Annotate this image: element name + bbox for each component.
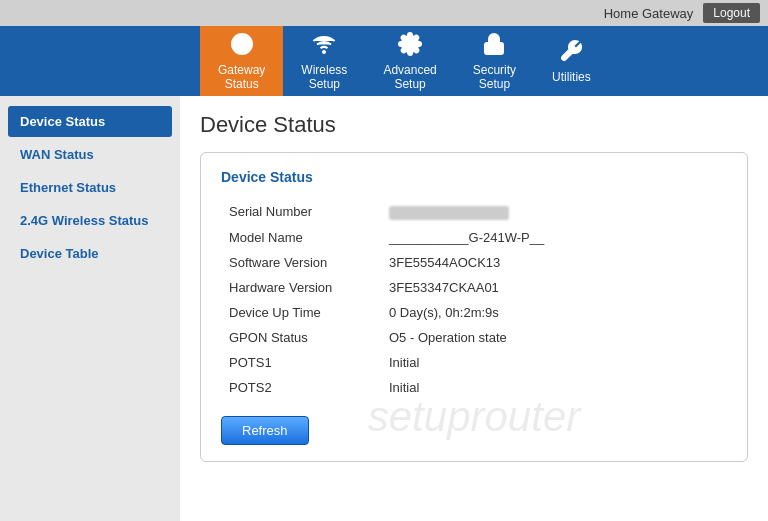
nav-label-advanced: AdvancedSetup — [383, 63, 436, 91]
nav-item-utilities[interactable]: Utilities — [534, 26, 609, 96]
table-row: Model Name___________G-241W-P__ — [221, 225, 727, 250]
field-label: Hardware Version — [221, 275, 381, 300]
device-status-card: Device Status Serial NumberModel Name___… — [200, 152, 748, 462]
table-row: POTS2Initial — [221, 375, 727, 400]
field-label: POTS1 — [221, 350, 381, 375]
field-value: 3FE53347CKAA01 — [381, 275, 727, 300]
nav-label-utilities: Utilities — [552, 70, 591, 84]
field-value: 0 Day(s), 0h:2m:9s — [381, 300, 727, 325]
wrench-icon — [559, 39, 583, 66]
nav-label-wireless: WirelessSetup — [301, 63, 347, 91]
nav-item-wireless-setup[interactable]: WirelessSetup — [283, 26, 365, 96]
lock-icon — [482, 32, 506, 59]
sidebar: Device Status WAN Status Ethernet Status… — [0, 96, 180, 521]
table-row: Hardware Version3FE53347CKAA01 — [221, 275, 727, 300]
page-title: Device Status — [200, 112, 748, 138]
content-area: Device Status Device Status Serial Numbe… — [180, 96, 768, 521]
nav-label-gateway: GatewayStatus — [218, 63, 265, 91]
sidebar-item-device-status[interactable]: Device Status — [8, 106, 172, 137]
top-bar: Home Gateway Logout — [0, 0, 768, 26]
field-label: POTS2 — [221, 375, 381, 400]
field-value: ___________G-241W-P__ — [381, 225, 727, 250]
serial-number-blurred — [389, 206, 509, 220]
nav-item-advanced-setup[interactable]: AdvancedSetup — [365, 26, 454, 96]
main-layout: Device Status WAN Status Ethernet Status… — [0, 96, 768, 521]
table-row: GPON StatusO5 - Operation state — [221, 325, 727, 350]
wifi-icon — [312, 32, 336, 59]
field-label: GPON Status — [221, 325, 381, 350]
sidebar-item-ethernet-status[interactable]: Ethernet Status — [8, 172, 172, 203]
sidebar-item-wan-status[interactable]: WAN Status — [8, 139, 172, 170]
field-value: Initial — [381, 375, 727, 400]
field-value: Initial — [381, 350, 727, 375]
logout-button[interactable]: Logout — [703, 3, 760, 23]
table-row: Software Version3FE55544AOCK13 — [221, 250, 727, 275]
nav-item-gateway-status[interactable]: GatewayStatus — [200, 26, 283, 96]
svg-point-1 — [323, 51, 325, 53]
nav-item-security-setup[interactable]: SecuritySetup — [455, 26, 534, 96]
field-label: Model Name — [221, 225, 381, 250]
nav-label-security: SecuritySetup — [473, 63, 516, 91]
field-label: Serial Number — [221, 199, 381, 225]
card-title: Device Status — [221, 169, 727, 185]
gear-icon — [398, 32, 422, 59]
field-value: 3FE55544AOCK13 — [381, 250, 727, 275]
field-value: O5 - Operation state — [381, 325, 727, 350]
circle-check-icon — [230, 32, 254, 59]
table-row: Serial Number — [221, 199, 727, 225]
sidebar-item-device-table[interactable]: Device Table — [8, 238, 172, 269]
nav-bar: GatewayStatus WirelessSetup AdvancedSetu… — [0, 26, 768, 96]
table-row: POTS1Initial — [221, 350, 727, 375]
svg-rect-3 — [485, 43, 503, 54]
table-row: Device Up Time0 Day(s), 0h:2m:9s — [221, 300, 727, 325]
field-value — [381, 199, 727, 225]
field-label: Device Up Time — [221, 300, 381, 325]
device-info-table: Serial NumberModel Name___________G-241W… — [221, 199, 727, 400]
app-title: Home Gateway — [604, 6, 694, 21]
field-label: Software Version — [221, 250, 381, 275]
sidebar-item-wireless-status[interactable]: 2.4G Wireless Status — [8, 205, 172, 236]
refresh-button[interactable]: Refresh — [221, 416, 309, 445]
